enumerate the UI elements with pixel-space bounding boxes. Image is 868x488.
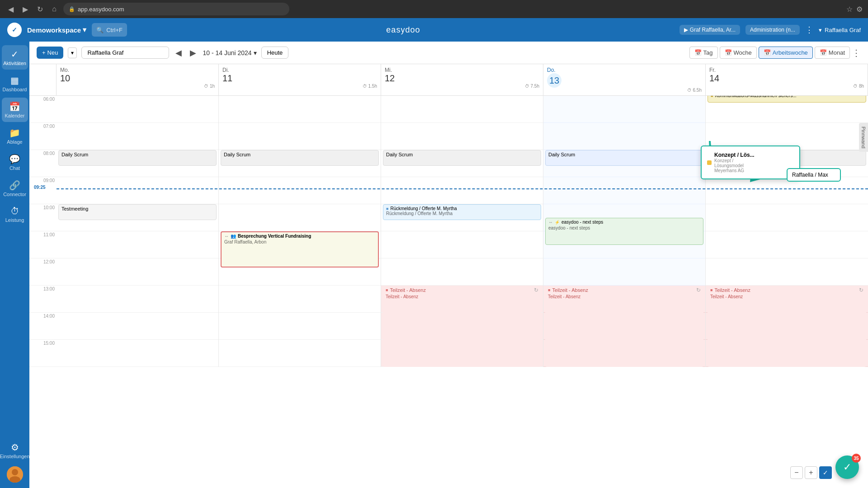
fab-icon: ✓ [843,461,851,473]
svg-point-1 [12,469,18,475]
view-arbeitswoche-btn[interactable]: 📅 Arbeitswoche [759,47,813,59]
event-teilzeit-fr[interactable]: ■ Teilzeit - Absenz ↻ Teilzeit - Absenz [708,286,866,367]
extensions-btn[interactable]: ⚙ [856,5,863,14]
sidebar-item-chat[interactable]: 💬 Chat [2,150,28,174]
event-ruckmeldung[interactable]: ■ Rückmeldung / Offerte M. Myrtha Rückme… [383,204,541,220]
search-bar[interactable]: 🔍 Ctrl+F [92,23,127,37]
header-more-btn[interactable]: ⋮ [805,25,813,35]
today-btn[interactable]: Heute [261,47,289,59]
event-testmeeting[interactable]: Testmeeting [58,204,217,220]
tooltip-item-raffaella[interactable]: Raffaella / Max [787,168,841,182]
day-header-mo: Mo. 10 ⏱ 1h [57,64,219,95]
search-placeholder: Ctrl+F [106,27,123,33]
day-col-mi: Daily Scrum ■ Rückmeldung / Offerte M. M… [381,96,543,367]
time-1500: 15:00 [29,340,57,367]
next-week-btn[interactable]: ▶ [188,46,198,60]
fab-button[interactable]: ✓ 35 [835,455,859,479]
sidebar-item-connector[interactable]: 🔗 Connector [2,176,28,201]
time-1200: 12:00 [29,258,57,286]
header-right: ▶ Graf Raffaella, Ar... Administration (… [679,25,861,35]
zoom-out-btn[interactable]: − [790,466,803,479]
header-avatar[interactable]: ▾ Raffaella Graf [819,27,861,33]
event-daily-scrum-mi[interactable]: Daily Scrum [383,150,541,166]
zoom-controls: − + ✓ [790,466,832,479]
home-btn[interactable]: ⌂ [49,4,60,14]
time-1100: 11:00 [29,231,57,258]
event-easydoo-steps[interactable]: ↔ ⚡ easydoo - next steps easydoo - next … [545,218,703,245]
sidebar-item-label: Aktivitäten [3,61,26,66]
user-context-btn[interactable]: ▶ Graf Raffaella, Ar... [679,25,740,35]
prev-week-btn[interactable]: ◀ [174,46,184,60]
star-btn[interactable]: ☆ [846,5,853,14]
event-besprechung[interactable]: ↔ 👥 Besprechung Vertical Fundraising Gra… [221,231,379,267]
workspace-name[interactable]: Demoworkspace ▾ [27,26,86,34]
sidebar-item-settings[interactable]: ⚙ Einstellungen [2,438,28,463]
forward-btn[interactable]: ▶ [20,4,31,14]
day-header-mi: Mi. 12 ⏱ 7.5h [381,64,543,95]
tag-calendar-icon: 📅 [694,49,702,56]
app-title: easydoo [132,25,674,35]
reload-btn[interactable]: ↻ [34,4,45,14]
event-daily-scrum-mo[interactable]: Daily Scrum [58,150,217,166]
calendar-area: + Neu ▾ ◀ ▶ 10 - 14 Juni 2024 ▾ Heute 📅 … [29,42,868,488]
cal-grid: Mo. 10 ⏱ 1h Di. 11 ⏱ 1.5h Mi. 12 ⏱ 7.5h [29,64,868,488]
event-tooltip-popup: Konzept / Lös... Konzept / Lösungsmodel … [701,145,800,179]
time-0600: 06:00 [29,96,57,123]
time-0700: 07:00 [29,123,57,150]
dashboard-icon: ▦ [10,75,19,86]
cal-body: 06:00 07:00 08:00 09:00 10:00 11:00 12:0… [29,96,868,367]
sidebar-item-label: Leistung [5,217,24,223]
time-1000: 10:00 [29,204,57,231]
day-col-di: Daily Scrum ↔ 👥 Besprechung Vertical Fun… [219,96,381,367]
view-buttons: 📅 Tag 📅 Woche 📅 Arbeitswoche 📅 Monat ⋮ [689,47,861,59]
date-range[interactable]: 10 - 14 Juni 2024 ▾ [203,49,256,56]
woche-calendar-icon: 📅 [725,49,732,56]
day-header-di: Di. 11 ⏱ 1.5h [219,64,381,95]
sidebar-item-label: Connector [3,192,26,197]
pinwand-tab[interactable]: Pinnwand [859,123,868,152]
time-0900: 09:00 [29,177,57,204]
sidebar-item-dashboard[interactable]: ▦ Dashboard [2,71,28,96]
sidebar-bottom: ⚙ Einstellungen [2,438,28,488]
view-woche-btn[interactable]: 📅 Woche [720,47,757,59]
app-header: ✓ Demoworkspace ▾ 🔍 Ctrl+F easydoo ▶ Gra… [0,18,868,42]
time-col: 06:00 07:00 08:00 09:00 10:00 11:00 12:0… [29,96,57,367]
sidebar-item-label: Dashboard [3,87,27,92]
address-bar[interactable]: 🔒 app.easydoo.com [63,3,289,15]
day-col-do: Daily Scrum ↔ ⚡ easydoo - next steps eas… [543,96,706,367]
day-header-do: Do. 13 ⏱ 6.5h [543,64,706,95]
leistung-icon: ⏱ [10,206,19,216]
event-teilzeit-mi[interactable]: ■ Teilzeit - Absenz ↻ Teilzeit - Absenz [383,286,541,367]
aktivitaten-icon: ✓ [11,49,19,60]
arbeitswoche-calendar-icon: 📅 [764,49,771,56]
plus-icon: + [42,49,46,56]
sidebar-item-leistung[interactable]: ⏱ Leistung [2,202,28,226]
monat-calendar-icon: 📅 [820,49,827,56]
search-icon: 🔍 [96,27,104,33]
event-daily-scrum-di[interactable]: Daily Scrum [221,150,379,166]
cal-more-btn[interactable]: ⋮ [852,47,861,58]
sidebar-avatar[interactable] [7,466,23,483]
user-filter-input[interactable] [81,47,169,59]
event-daily-scrum-do[interactable]: Daily Scrum [545,150,703,166]
tooltip-item-konzept[interactable]: Konzept / Lös... Konzept / Lösungsmodel … [707,150,794,175]
app-logo[interactable]: ✓ [7,23,22,37]
lock-icon: 🔒 [69,6,75,12]
sidebar-item-kalender[interactable]: 📅 Kalender [2,98,28,122]
day-header-fr: Fr. 14 ⏱ 8h [706,64,868,95]
admin-context-btn[interactable]: Administration (n... [745,25,800,35]
sidebar-item-ablage[interactable]: 📁 Ablage [2,124,28,148]
event-teilzeit-do[interactable]: ■ Teilzeit - Absenz ↻ Teilzeit - Absenz [545,286,703,367]
new-event-btn[interactable]: + Neu [37,47,63,59]
time-gutter-header [29,64,57,95]
zoom-check-btn[interactable]: ✓ [819,466,832,479]
back-btn[interactable]: ◀ [5,4,16,14]
browser-actions: ☆ ⚙ [846,5,863,14]
settings-label: Einstellungen [0,454,30,459]
new-dropdown-btn[interactable]: ▾ [68,47,77,58]
sidebar-item-aktivitaten[interactable]: ✓ Aktivitäten [2,45,28,70]
zoom-in-btn[interactable]: + [805,466,817,479]
view-monat-btn[interactable]: 📅 Monat [815,47,850,59]
view-tag-btn[interactable]: 📅 Tag [689,47,718,59]
connector-icon: 🔗 [9,180,20,191]
